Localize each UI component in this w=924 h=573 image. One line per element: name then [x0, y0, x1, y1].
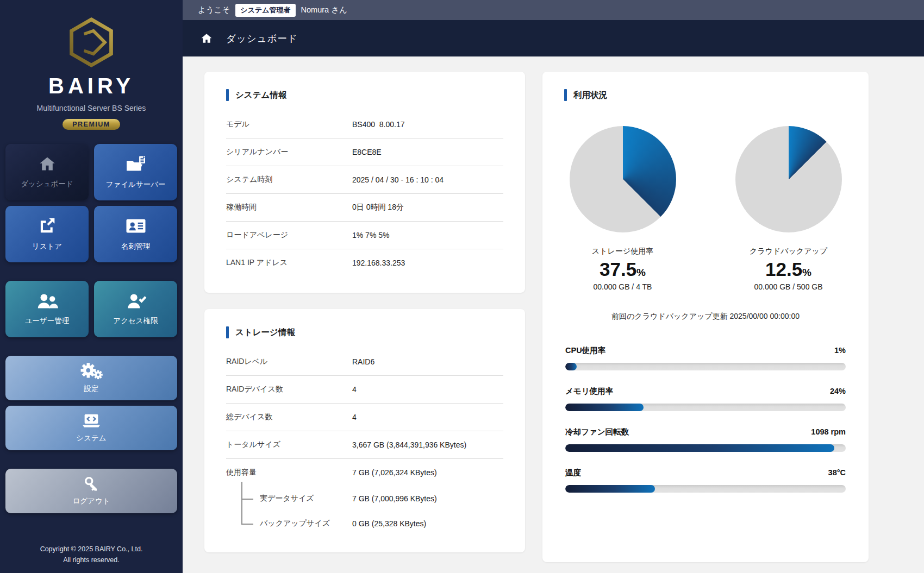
- brand-subtitle: Multifunctional Server BS Series: [0, 104, 183, 112]
- gauges: CPU使用率 1% メモリ使用率 24%: [564, 345, 847, 493]
- row-label: 実データサイズ: [226, 494, 352, 503]
- gauge-label: メモリ使用率: [565, 386, 613, 396]
- welcome-text: ようこそ: [198, 5, 230, 15]
- folder-file-icon: [125, 155, 147, 173]
- cloud-backup-pie-chart: [735, 126, 842, 232]
- row-value: 192.168.33.253: [352, 259, 503, 267]
- title-accent-bar: [564, 89, 567, 101]
- row-value: 4: [352, 385, 503, 394]
- storage-usage-pie-block: ストレージ使用率 37.5% 00.000 GB / 4 TB: [564, 126, 681, 291]
- gauge-fill: [565, 485, 655, 493]
- gauge-track: [565, 485, 846, 493]
- gauge-label: 温度: [565, 468, 581, 478]
- gauge-label: 冷却ファン回転数: [565, 427, 629, 437]
- row-value: 4: [352, 413, 503, 421]
- pie-label: クラウドバックアップ: [730, 247, 847, 256]
- row-label: 使用容量: [226, 468, 352, 477]
- sidebar-item-card-management[interactable]: 名刺管理: [94, 206, 177, 262]
- card-title: 利用状況: [564, 89, 847, 101]
- pie-value: 37.5%: [564, 259, 681, 280]
- sidebar-item-system[interactable]: システム: [5, 406, 177, 450]
- table-row: RAIDレベル RAID6: [226, 348, 503, 376]
- table-row: RAIDデバイス数 4: [226, 376, 503, 404]
- gauge-fill: [565, 444, 834, 452]
- sidebar-item-logout[interactable]: ログアウト: [5, 469, 177, 513]
- app-root: BAIRY Multifunctional Server BS Series P…: [0, 0, 924, 573]
- system-info-card: システム情報 モデル BS400 8.00.17 シリアルナンバー E8CE8E…: [204, 72, 525, 293]
- right-column: 利用状況 ストレージ使用率 37.5% 00.000 GB / 4 TB クラウ…: [542, 72, 869, 562]
- premium-badge: PREMIUM: [63, 119, 120, 130]
- row-value: 0 GB (25,328 KBytes): [352, 519, 503, 528]
- sidebar-item-dashboard[interactable]: ダッシュボード: [5, 144, 89, 200]
- row-label: RAIDデバイス数: [226, 385, 352, 394]
- pie-detail: 00.000 GB / 500 GB: [730, 282, 847, 291]
- role-badge: システム管理者: [235, 4, 295, 17]
- user-name: Nomura さん: [301, 5, 347, 15]
- table-row: 使用容量 7 GB (7,026,324 KBytes): [226, 459, 503, 486]
- menu-spacer: [5, 456, 177, 463]
- gauge-track: [565, 404, 846, 411]
- cloud-backup-pie-block: クラウドバックアップ 12.5% 00.000 GB / 500 GB: [730, 126, 847, 291]
- pie-detail: 00.000 GB / 4 TB: [564, 282, 681, 291]
- users-icon: [36, 292, 59, 310]
- home-icon[interactable]: [200, 33, 213, 45]
- copyright: Copyright © 2025 BAIRY Co., Ltd. All rig…: [0, 544, 183, 573]
- main-area: ようこそ システム管理者 Nomura さん ダッシュボード システム情報: [183, 0, 924, 573]
- brand-name: BAIRY: [0, 74, 183, 98]
- system-info-title: システム情報: [235, 90, 286, 101]
- usage-card: 利用状況 ストレージ使用率 37.5% 00.000 GB / 4 TB クラウ…: [542, 72, 869, 562]
- title-accent-bar: [226, 89, 229, 101]
- row-label: トータルサイズ: [226, 440, 352, 450]
- gauge-value: 1098 rpm: [811, 427, 846, 436]
- pie-value: 12.5%: [730, 259, 847, 280]
- row-label: モデル: [226, 119, 352, 129]
- table-row: LAN1 IP アドレス 192.168.33.253: [226, 249, 503, 276]
- temperature-gauge: 温度 38°C: [565, 468, 846, 493]
- table-row: ロードアベレージ 1% 7% 5%: [226, 222, 503, 249]
- row-value: 7 GB (7,026,324 KBytes): [352, 468, 503, 477]
- storage-tree: 実データサイズ 7 GB (7,000,996 KBytes) バックアップサイ…: [226, 486, 503, 536]
- cpu-usage-gauge: CPU使用率 1%: [565, 345, 846, 370]
- gauge-track: [565, 444, 846, 452]
- copyright-line2: All rights reserved.: [0, 555, 183, 565]
- table-row: トータルサイズ 3,667 GB (3,844,391,936 KBytes): [226, 431, 503, 459]
- sidebar-item-label: ファイルサーバー: [106, 180, 166, 190]
- row-label: LAN1 IP アドレス: [226, 258, 352, 268]
- laptop-code-icon: [80, 413, 103, 429]
- card-title: ストレージ情報: [226, 326, 503, 338]
- copyright-line1: Copyright © 2025 BAIRY Co., Ltd.: [0, 544, 183, 555]
- card-title: システム情報: [226, 89, 503, 101]
- share-arrow-icon: [38, 217, 57, 235]
- sidebar-item-label: システム: [76, 433, 106, 443]
- title-accent-bar: [226, 326, 229, 338]
- user-check-icon: [125, 292, 147, 310]
- row-value: 0日 0時間 18分: [352, 203, 503, 212]
- table-row: モデル BS400 8.00.17: [226, 111, 503, 138]
- sidebar-item-settings[interactable]: 設定: [5, 356, 177, 400]
- row-value: 2025 / 04 / 30 - 16 : 10 : 04: [352, 175, 503, 184]
- sidebar: BAIRY Multifunctional Server BS Series P…: [0, 0, 183, 573]
- gauge-fill: [565, 363, 577, 370]
- gears-icon: [79, 362, 103, 380]
- sidebar-item-label: リストア: [32, 242, 62, 251]
- sidebar-item-access-rights[interactable]: アクセス権限: [94, 281, 177, 337]
- menu-spacer: [5, 268, 177, 275]
- table-row: システム時刻 2025 / 04 / 30 - 16 : 10 : 04: [226, 166, 503, 194]
- gauge-value: 24%: [830, 387, 846, 395]
- sidebar-menu: ダッシュボード ファイルサーバー リストア: [0, 130, 183, 513]
- row-label: RAIDレベル: [226, 357, 352, 367]
- left-column: システム情報 モデル BS400 8.00.17 シリアルナンバー E8CE8E…: [204, 72, 525, 562]
- row-label: ロードアベレージ: [226, 230, 352, 240]
- sidebar-item-label: アクセス権限: [113, 316, 158, 326]
- row-value: 3,667 GB (3,844,391,936 KBytes): [352, 440, 503, 449]
- last-backup-update: 前回のクラウドバックアップ更新 2025/00/00 00:00:00: [564, 312, 847, 322]
- bairy-hexagon-logo-icon: [65, 16, 117, 68]
- system-info-table: モデル BS400 8.00.17 シリアルナンバー E8CE8E システム時刻…: [226, 111, 503, 276]
- sidebar-item-restore[interactable]: リストア: [5, 206, 89, 262]
- memory-usage-gauge: メモリ使用率 24%: [565, 386, 846, 411]
- sidebar-item-user-management[interactable]: ユーザー管理: [5, 281, 89, 337]
- menu-spacer: [5, 343, 177, 350]
- sidebar-item-fileserver[interactable]: ファイルサーバー: [94, 144, 177, 200]
- table-row: 稼働時間 0日 0時間 18分: [226, 194, 503, 222]
- row-label: 稼働時間: [226, 203, 352, 212]
